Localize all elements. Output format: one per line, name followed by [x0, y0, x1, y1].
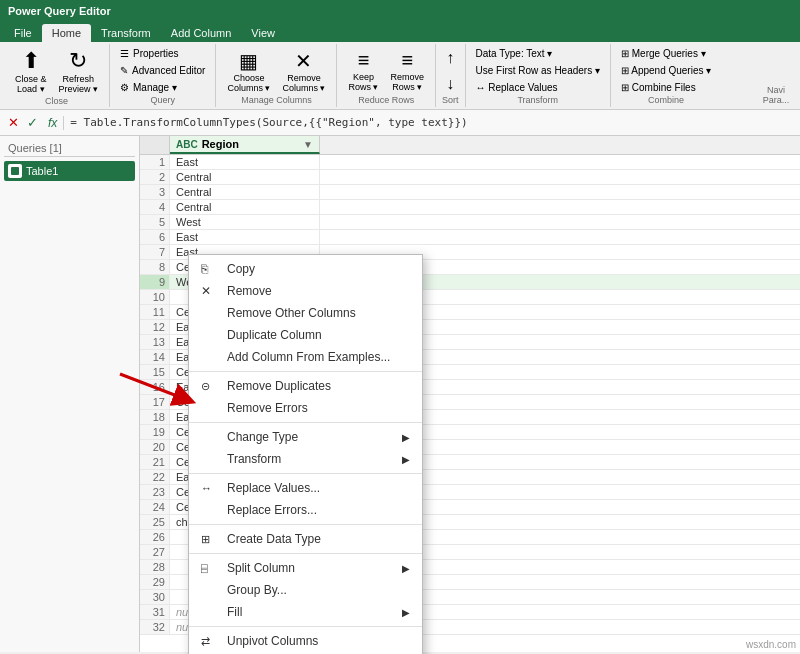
- manage-columns-label: Manage Columns: [241, 95, 312, 105]
- menu-split-col-label: Split Column: [227, 561, 295, 575]
- menu-transform-label: Transform: [227, 452, 281, 466]
- replace-values-button[interactable]: ↔ Replace Values: [472, 80, 604, 95]
- table-row[interactable]: 2Central: [140, 170, 800, 185]
- menu-item-remove-errors[interactable]: Remove Errors: [189, 397, 422, 419]
- menu-item-remove-other-cols[interactable]: Remove Other Columns: [189, 302, 422, 324]
- row-number: 4: [140, 200, 170, 214]
- menu-separator-3: [189, 473, 422, 474]
- row-number: 17: [140, 395, 170, 409]
- menu-copy-label: Copy: [227, 262, 255, 276]
- use-first-row-button[interactable]: Use First Row as Headers ▾: [472, 63, 604, 78]
- remove-rows-button[interactable]: ≡ RemoveRows ▾: [385, 47, 429, 94]
- navi-para-label: NaviPara...: [763, 85, 790, 105]
- ribbon-spacer: [721, 44, 756, 107]
- formula-bar: ✕ ✓ fx = Table.TransformColumnTypes(Sour…: [0, 110, 800, 136]
- menu-item-remove-duplicates[interactable]: ⊝ Remove Duplicates: [189, 375, 422, 397]
- menu-item-group-by[interactable]: Group By...: [189, 579, 422, 601]
- row-number: 29: [140, 575, 170, 589]
- tab-transform[interactable]: Transform: [91, 24, 161, 42]
- datatype-button[interactable]: Data Type: Text ▾: [472, 46, 604, 61]
- reduce-rows-label: Reduce Rows: [358, 95, 414, 105]
- grid-cell: West: [170, 215, 320, 229]
- row-number: 26: [140, 530, 170, 544]
- row-number: 11: [140, 305, 170, 319]
- menu-item-transform[interactable]: Transform ▶: [189, 448, 422, 470]
- refresh-preview-button[interactable]: ↻ RefreshPreview ▾: [54, 46, 104, 96]
- combine-label: Combine: [617, 95, 715, 105]
- menu-item-unpivot-cols[interactable]: ⇄ Unpivot Columns: [189, 630, 422, 652]
- row-number: 25: [140, 515, 170, 529]
- tab-view[interactable]: View: [241, 24, 285, 42]
- row-number: 20: [140, 440, 170, 454]
- col-filter-arrow[interactable]: ▼: [303, 139, 313, 150]
- row-number: 7: [140, 245, 170, 259]
- keep-rows-button[interactable]: ≡ KeepRows ▾: [343, 47, 383, 94]
- ribbon-group-query: ☰Properties ✎Advanced Editor ⚙Manage ▾ Q…: [110, 44, 216, 107]
- menu-separator-1: [189, 371, 422, 372]
- col-header-region[interactable]: ABC Region ▼: [170, 136, 320, 154]
- table-row[interactable]: 1East: [140, 155, 800, 170]
- formula-check-icon[interactable]: ✓: [23, 115, 42, 130]
- change-type-arrow: ▶: [402, 432, 410, 443]
- menu-item-add-col-examples[interactable]: Add Column From Examples...: [189, 346, 422, 368]
- remove-columns-button[interactable]: ✕ RemoveColumns ▾: [277, 47, 330, 95]
- row-num-header: [140, 136, 170, 154]
- queries-header: Queries [1]: [4, 140, 135, 157]
- choose-columns-button[interactable]: ▦ ChooseColumns ▾: [222, 47, 275, 95]
- menu-item-remove[interactable]: ✕ Remove: [189, 280, 422, 302]
- sort-label: Sort: [442, 95, 459, 105]
- replace-val-icon: ↔: [201, 482, 221, 494]
- row-number: 27: [140, 545, 170, 559]
- menu-remove-other-label: Remove Other Columns: [227, 306, 356, 320]
- remove-dup-icon: ⊝: [201, 380, 221, 393]
- manage-button[interactable]: ⚙Manage ▾: [116, 80, 209, 95]
- navi-para-group: NaviPara...: [756, 44, 796, 107]
- properties-button[interactable]: ☰Properties: [116, 46, 209, 61]
- close-load-button[interactable]: ⬆ Close &Load ▾: [10, 46, 52, 96]
- row-number: 21: [140, 455, 170, 469]
- row-number: 8: [140, 260, 170, 274]
- sort-asc-button[interactable]: ↑: [444, 47, 456, 69]
- split-col-arrow: ▶: [402, 563, 410, 574]
- query-group-label: Query: [116, 95, 209, 105]
- tab-add-column[interactable]: Add Column: [161, 24, 242, 42]
- append-queries-button[interactable]: ⊞ Append Queries ▾: [617, 63, 715, 78]
- row-number: 12: [140, 320, 170, 334]
- menu-separator-2: [189, 422, 422, 423]
- menu-item-copy[interactable]: ⎘ Copy: [189, 258, 422, 280]
- row-number: 24: [140, 500, 170, 514]
- row-number: 15: [140, 365, 170, 379]
- menu-item-replace-errors[interactable]: Replace Errors...: [189, 499, 422, 521]
- table-row[interactable]: 5West: [140, 215, 800, 230]
- table-row[interactable]: 4Central: [140, 200, 800, 215]
- tab-file[interactable]: File: [4, 24, 42, 42]
- table-row[interactable]: 3Central: [140, 185, 800, 200]
- row-number: 16: [140, 380, 170, 394]
- advanced-editor-button[interactable]: ✎Advanced Editor: [116, 63, 209, 78]
- grid-cell: East: [170, 230, 320, 244]
- row-number: 30: [140, 590, 170, 604]
- row-number: 13: [140, 335, 170, 349]
- tab-home[interactable]: Home: [42, 24, 91, 42]
- menu-separator-5: [189, 553, 422, 554]
- menu-item-duplicate-col[interactable]: Duplicate Column: [189, 324, 422, 346]
- merge-queries-button[interactable]: ⊞ Merge Queries ▾: [617, 46, 715, 61]
- watermark: wsxdn.com: [746, 639, 796, 650]
- row-number: 31: [140, 605, 170, 619]
- context-menu: ⎘ Copy ✕ Remove Remove Other Columns Dup…: [188, 254, 423, 654]
- menu-item-change-type[interactable]: Change Type ▶: [189, 426, 422, 448]
- query-item-table1[interactable]: Table1: [4, 161, 135, 181]
- menu-remove-dup-label: Remove Duplicates: [227, 379, 331, 393]
- table-row[interactable]: 6East: [140, 230, 800, 245]
- sort-desc-button[interactable]: ↓: [444, 73, 456, 95]
- menu-item-replace-values[interactable]: ↔ Replace Values...: [189, 477, 422, 499]
- menu-item-split-column[interactable]: ⌸ Split Column ▶: [189, 557, 422, 579]
- menu-add-col-label: Add Column From Examples...: [227, 350, 390, 364]
- grid-cell: East: [170, 155, 320, 169]
- combine-files-button[interactable]: ⊞ Combine Files: [617, 80, 715, 95]
- transform-label: Transform: [472, 95, 604, 105]
- formula-close-icon[interactable]: ✕: [4, 115, 23, 130]
- row-number: 2: [140, 170, 170, 184]
- menu-item-fill[interactable]: Fill ▶: [189, 601, 422, 623]
- menu-item-create-data-type[interactable]: ⊞ Create Data Type: [189, 528, 422, 550]
